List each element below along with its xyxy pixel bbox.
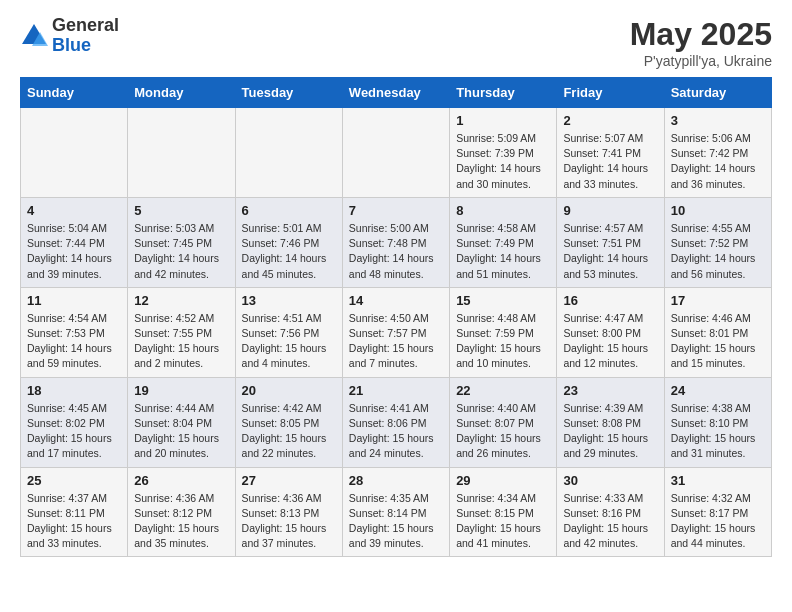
day-header-monday: Monday (128, 78, 235, 108)
day-info: Sunrise: 4:46 AMSunset: 8:01 PMDaylight:… (671, 311, 765, 372)
calendar-cell: 2Sunrise: 5:07 AMSunset: 7:41 PMDaylight… (557, 108, 664, 198)
day-number: 16 (563, 293, 657, 308)
calendar-week-1: 1Sunrise: 5:09 AMSunset: 7:39 PMDaylight… (21, 108, 772, 198)
calendar-cell: 27Sunrise: 4:36 AMSunset: 8:13 PMDayligh… (235, 467, 342, 557)
calendar-cell: 11Sunrise: 4:54 AMSunset: 7:53 PMDayligh… (21, 287, 128, 377)
day-info: Sunrise: 4:51 AMSunset: 7:56 PMDaylight:… (242, 311, 336, 372)
calendar-week-5: 25Sunrise: 4:37 AMSunset: 8:11 PMDayligh… (21, 467, 772, 557)
day-number: 10 (671, 203, 765, 218)
calendar-cell: 19Sunrise: 4:44 AMSunset: 8:04 PMDayligh… (128, 377, 235, 467)
day-number: 8 (456, 203, 550, 218)
day-info: Sunrise: 4:34 AMSunset: 8:15 PMDaylight:… (456, 491, 550, 552)
day-number: 20 (242, 383, 336, 398)
calendar-location: P'yatypill'ya, Ukraine (630, 53, 772, 69)
day-info: Sunrise: 5:04 AMSunset: 7:44 PMDaylight:… (27, 221, 121, 282)
calendar-week-3: 11Sunrise: 4:54 AMSunset: 7:53 PMDayligh… (21, 287, 772, 377)
page-header: General Blue May 2025 P'yatypill'ya, Ukr… (0, 0, 792, 77)
day-number: 5 (134, 203, 228, 218)
day-number: 25 (27, 473, 121, 488)
day-info: Sunrise: 4:50 AMSunset: 7:57 PMDaylight:… (349, 311, 443, 372)
day-header-wednesday: Wednesday (342, 78, 449, 108)
calendar-table: SundayMondayTuesdayWednesdayThursdayFrid… (20, 77, 772, 557)
calendar-cell: 30Sunrise: 4:33 AMSunset: 8:16 PMDayligh… (557, 467, 664, 557)
day-info: Sunrise: 4:32 AMSunset: 8:17 PMDaylight:… (671, 491, 765, 552)
day-number: 4 (27, 203, 121, 218)
calendar-cell: 29Sunrise: 4:34 AMSunset: 8:15 PMDayligh… (450, 467, 557, 557)
calendar-cell: 31Sunrise: 4:32 AMSunset: 8:17 PMDayligh… (664, 467, 771, 557)
day-number: 22 (456, 383, 550, 398)
day-number: 3 (671, 113, 765, 128)
calendar-cell: 4Sunrise: 5:04 AMSunset: 7:44 PMDaylight… (21, 197, 128, 287)
calendar-title: May 2025 (630, 16, 772, 53)
calendar-cell: 28Sunrise: 4:35 AMSunset: 8:14 PMDayligh… (342, 467, 449, 557)
day-info: Sunrise: 4:38 AMSunset: 8:10 PMDaylight:… (671, 401, 765, 462)
calendar-cell: 22Sunrise: 4:40 AMSunset: 8:07 PMDayligh… (450, 377, 557, 467)
calendar-cell: 15Sunrise: 4:48 AMSunset: 7:59 PMDayligh… (450, 287, 557, 377)
day-number: 7 (349, 203, 443, 218)
day-number: 12 (134, 293, 228, 308)
day-info: Sunrise: 4:47 AMSunset: 8:00 PMDaylight:… (563, 311, 657, 372)
calendar-cell: 26Sunrise: 4:36 AMSunset: 8:12 PMDayligh… (128, 467, 235, 557)
day-number: 26 (134, 473, 228, 488)
day-info: Sunrise: 4:57 AMSunset: 7:51 PMDaylight:… (563, 221, 657, 282)
calendar-cell: 21Sunrise: 4:41 AMSunset: 8:06 PMDayligh… (342, 377, 449, 467)
day-info: Sunrise: 4:36 AMSunset: 8:12 PMDaylight:… (134, 491, 228, 552)
day-info: Sunrise: 4:54 AMSunset: 7:53 PMDaylight:… (27, 311, 121, 372)
day-header-sunday: Sunday (21, 78, 128, 108)
day-header-saturday: Saturday (664, 78, 771, 108)
day-number: 24 (671, 383, 765, 398)
day-header-tuesday: Tuesday (235, 78, 342, 108)
calendar-cell: 16Sunrise: 4:47 AMSunset: 8:00 PMDayligh… (557, 287, 664, 377)
day-info: Sunrise: 5:00 AMSunset: 7:48 PMDaylight:… (349, 221, 443, 282)
day-info: Sunrise: 4:52 AMSunset: 7:55 PMDaylight:… (134, 311, 228, 372)
day-number: 18 (27, 383, 121, 398)
day-info: Sunrise: 4:48 AMSunset: 7:59 PMDaylight:… (456, 311, 550, 372)
day-number: 1 (456, 113, 550, 128)
day-number: 13 (242, 293, 336, 308)
calendar-cell: 13Sunrise: 4:51 AMSunset: 7:56 PMDayligh… (235, 287, 342, 377)
calendar-cell: 1Sunrise: 5:09 AMSunset: 7:39 PMDaylight… (450, 108, 557, 198)
day-number: 11 (27, 293, 121, 308)
day-number: 27 (242, 473, 336, 488)
day-info: Sunrise: 4:37 AMSunset: 8:11 PMDaylight:… (27, 491, 121, 552)
day-info: Sunrise: 4:36 AMSunset: 8:13 PMDaylight:… (242, 491, 336, 552)
day-info: Sunrise: 4:40 AMSunset: 8:07 PMDaylight:… (456, 401, 550, 462)
day-number: 9 (563, 203, 657, 218)
logo-blue-text: Blue (52, 36, 119, 56)
logo-icon (20, 22, 48, 50)
day-info: Sunrise: 4:42 AMSunset: 8:05 PMDaylight:… (242, 401, 336, 462)
calendar-week-4: 18Sunrise: 4:45 AMSunset: 8:02 PMDayligh… (21, 377, 772, 467)
logo: General Blue (20, 16, 119, 56)
calendar-cell (21, 108, 128, 198)
calendar-cell: 3Sunrise: 5:06 AMSunset: 7:42 PMDaylight… (664, 108, 771, 198)
day-number: 28 (349, 473, 443, 488)
day-info: Sunrise: 4:55 AMSunset: 7:52 PMDaylight:… (671, 221, 765, 282)
calendar-cell (342, 108, 449, 198)
calendar-cell (128, 108, 235, 198)
day-number: 21 (349, 383, 443, 398)
calendar-cell: 20Sunrise: 4:42 AMSunset: 8:05 PMDayligh… (235, 377, 342, 467)
day-info: Sunrise: 4:41 AMSunset: 8:06 PMDaylight:… (349, 401, 443, 462)
calendar-week-2: 4Sunrise: 5:04 AMSunset: 7:44 PMDaylight… (21, 197, 772, 287)
day-number: 19 (134, 383, 228, 398)
day-info: Sunrise: 5:06 AMSunset: 7:42 PMDaylight:… (671, 131, 765, 192)
calendar-cell: 24Sunrise: 4:38 AMSunset: 8:10 PMDayligh… (664, 377, 771, 467)
day-number: 2 (563, 113, 657, 128)
day-number: 30 (563, 473, 657, 488)
day-info: Sunrise: 4:44 AMSunset: 8:04 PMDaylight:… (134, 401, 228, 462)
calendar-cell: 10Sunrise: 4:55 AMSunset: 7:52 PMDayligh… (664, 197, 771, 287)
calendar-cell: 25Sunrise: 4:37 AMSunset: 8:11 PMDayligh… (21, 467, 128, 557)
calendar-cell: 23Sunrise: 4:39 AMSunset: 8:08 PMDayligh… (557, 377, 664, 467)
calendar-cell: 6Sunrise: 5:01 AMSunset: 7:46 PMDaylight… (235, 197, 342, 287)
calendar-cell: 8Sunrise: 4:58 AMSunset: 7:49 PMDaylight… (450, 197, 557, 287)
title-block: May 2025 P'yatypill'ya, Ukraine (630, 16, 772, 69)
day-info: Sunrise: 4:39 AMSunset: 8:08 PMDaylight:… (563, 401, 657, 462)
day-info: Sunrise: 5:03 AMSunset: 7:45 PMDaylight:… (134, 221, 228, 282)
day-info: Sunrise: 4:45 AMSunset: 8:02 PMDaylight:… (27, 401, 121, 462)
day-number: 23 (563, 383, 657, 398)
calendar-cell: 7Sunrise: 5:00 AMSunset: 7:48 PMDaylight… (342, 197, 449, 287)
day-number: 6 (242, 203, 336, 218)
day-number: 15 (456, 293, 550, 308)
day-number: 14 (349, 293, 443, 308)
calendar-cell: 14Sunrise: 4:50 AMSunset: 7:57 PMDayligh… (342, 287, 449, 377)
